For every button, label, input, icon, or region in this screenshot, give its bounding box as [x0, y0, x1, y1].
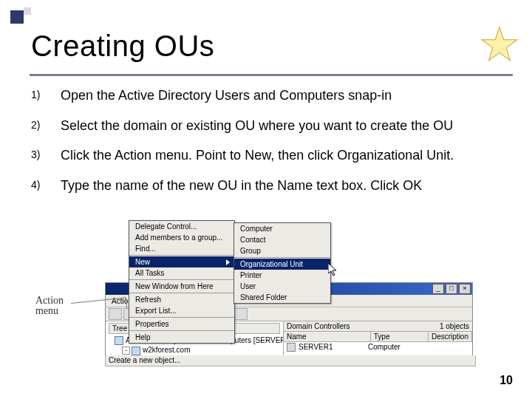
step-4: Type the name of the new OU in the Name …	[31, 177, 510, 194]
step-1: Open the Active Directory Users and Comp…	[31, 87, 510, 104]
callout-label: Actionmenu	[35, 296, 64, 316]
menu-find[interactable]: Find...	[129, 243, 234, 254]
close-icon[interactable]: ×	[459, 284, 471, 294]
title-underline	[30, 74, 513, 76]
slide-bullet-decoration	[10, 10, 24, 24]
menu-add-group[interactable]: Add members to a group...	[129, 232, 234, 243]
console-icon	[115, 336, 123, 345]
menu-help[interactable]: Help	[129, 332, 234, 343]
step-3: Click the Action menu. Point to New, the…	[31, 147, 510, 164]
computer-icon	[287, 343, 296, 352]
submenu-ou[interactable]: Organizational Unit	[234, 259, 330, 270]
submenu-contact[interactable]: Contact	[234, 234, 330, 245]
menu-refresh[interactable]: Refresh	[129, 294, 234, 305]
col-name[interactable]: Name	[284, 332, 371, 341]
svg-marker-0	[482, 27, 517, 61]
menu-export[interactable]: Export List...	[129, 305, 234, 316]
svg-marker-1	[328, 263, 336, 276]
menu-properties[interactable]: Properties	[129, 318, 234, 330]
col-desc[interactable]: Description	[429, 332, 472, 341]
menu-new-window[interactable]: New Window from Here	[129, 281, 234, 292]
minimize-icon[interactable]: _	[432, 284, 444, 294]
list-row[interactable]: SERVER1 Computer	[284, 342, 472, 352]
star-icon	[480, 25, 519, 64]
list-header: Name Type Description	[284, 332, 472, 342]
domain-icon	[132, 347, 140, 355]
submenu-user[interactable]: User	[234, 281, 330, 292]
menu-delegate[interactable]: Delegate Control...	[129, 221, 234, 232]
toolbar-find-icon[interactable]	[234, 308, 248, 320]
col-type[interactable]: Type	[371, 332, 429, 341]
tree-domain[interactable]: -w2kforest.com	[109, 345, 280, 355]
submenu-computer[interactable]: Computer	[234, 223, 330, 234]
menu-all-tasks[interactable]: All Tasks	[129, 267, 234, 279]
submenu-shared[interactable]: Shared Folder	[234, 292, 330, 303]
status-bar: Create a new object...	[105, 355, 476, 366]
step-2: Select the domain or existing OU where y…	[31, 117, 510, 134]
submenu-group[interactable]: Group	[234, 245, 330, 256]
page-number: 10	[499, 374, 513, 387]
list-info: Domain Controllers 1 objects	[284, 321, 472, 332]
new-submenu: Computer Contact Group Organizational Un…	[233, 222, 331, 304]
submenu-printer[interactable]: Printer	[234, 270, 330, 281]
steps-list: Open the Active Directory Users and Comp…	[31, 87, 510, 207]
menu-new[interactable]: New	[129, 256, 234, 267]
cursor-icon	[328, 263, 337, 276]
context-menu: Delegate Control... Add members to a gro…	[129, 220, 235, 344]
maximize-icon[interactable]: □	[446, 284, 457, 294]
embedded-screenshot: _ □ × Action View Tree Active Directo	[74, 220, 473, 366]
slide-title: Creating OUs	[31, 30, 214, 63]
